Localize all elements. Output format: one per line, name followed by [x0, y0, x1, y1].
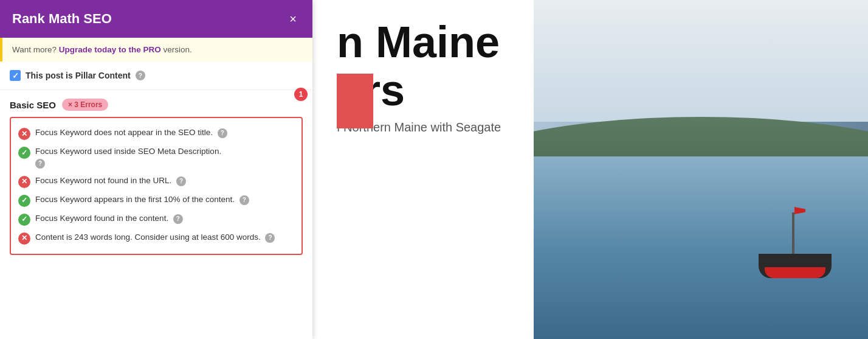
pillar-label: This post is Pillar Content [26, 71, 131, 80]
upgrade-text-before: Want more? [12, 45, 59, 54]
content-area: n Maine urs f Northern Maine with Seagat… [312, 0, 868, 339]
check-help-icon[interactable]: ? [239, 195, 249, 205]
seo-check-item: Focus Keyword used inside SEO Meta Descr… [18, 143, 294, 172]
close-button[interactable]: × [286, 12, 300, 26]
sky-bg [534, 0, 868, 122]
check-help-icon[interactable]: ? [265, 233, 275, 243]
seo-check-item: Focus Keyword appears in the first 10% o… [18, 191, 294, 210]
seo-check-item: Focus Keyword found in the content. ? [18, 210, 294, 229]
errors-badge-text: × 3 Errors [68, 100, 102, 109]
basic-seo-header: Basic SEO × 3 Errors 1 [10, 99, 303, 111]
panel-title: Rank Math SEO [12, 11, 112, 27]
boat-mast [792, 212, 794, 255]
check-text: Focus Keyword does not appear in the SEO… [35, 127, 294, 139]
check-help-icon[interactable]: ? [176, 176, 186, 186]
pillar-content-row: This post is Pillar Content ? [0, 61, 312, 90]
seo-checks-box: Focus Keyword does not appear in the SEO… [10, 117, 303, 255]
check-text: Focus Keyword appears in the first 10% o… [35, 194, 294, 206]
pillar-help-icon[interactable]: ? [136, 71, 145, 80]
error-icon [18, 232, 30, 245]
error-icon [18, 128, 30, 140]
check-text: Content is 243 words long. Consider usin… [35, 232, 294, 243]
seo-check-item: Content is 243 words long. Consider usin… [18, 229, 294, 248]
upgrade-link[interactable]: Upgrade today to the PRO [59, 45, 161, 54]
panel-body: Want more? Upgrade today to the PRO vers… [0, 38, 312, 339]
red-block [337, 74, 373, 128]
check-text: Focus Keyword used inside SEO Meta Descr… [35, 146, 294, 169]
seo-check-item: Focus Keyword not found in the URL. ? [18, 172, 294, 191]
success-icon [18, 214, 30, 226]
seo-check-item: Focus Keyword does not appear in the SEO… [18, 124, 294, 143]
errors-badge: × 3 Errors [62, 99, 108, 111]
panel-header: Rank Math SEO × [0, 0, 312, 38]
upgrade-banner: Want more? Upgrade today to the PRO vers… [0, 38, 312, 61]
basic-seo-title: Basic SEO [10, 100, 56, 110]
notification-badge: 1 [294, 88, 308, 101]
boat-shape [759, 229, 832, 278]
check-text: Focus Keyword not found in the URL. ? [35, 175, 294, 187]
success-icon [18, 147, 30, 159]
rank-math-panel: Rank Math SEO × Want more? Upgrade today… [0, 0, 312, 339]
check-help-icon[interactable]: ? [35, 159, 45, 169]
boat-red-hull [765, 267, 825, 278]
check-help-icon[interactable]: ? [218, 128, 227, 138]
check-text: Focus Keyword found in the content. ? [35, 213, 294, 225]
background-image [534, 0, 868, 339]
pillar-checkbox[interactable] [10, 70, 21, 81]
check-help-icon[interactable]: ? [173, 214, 183, 224]
upgrade-text-after: version. [161, 45, 192, 54]
success-icon [18, 195, 30, 207]
basic-seo-section: Basic SEO × 3 Errors 1 [0, 90, 312, 111]
error-icon [18, 176, 30, 188]
